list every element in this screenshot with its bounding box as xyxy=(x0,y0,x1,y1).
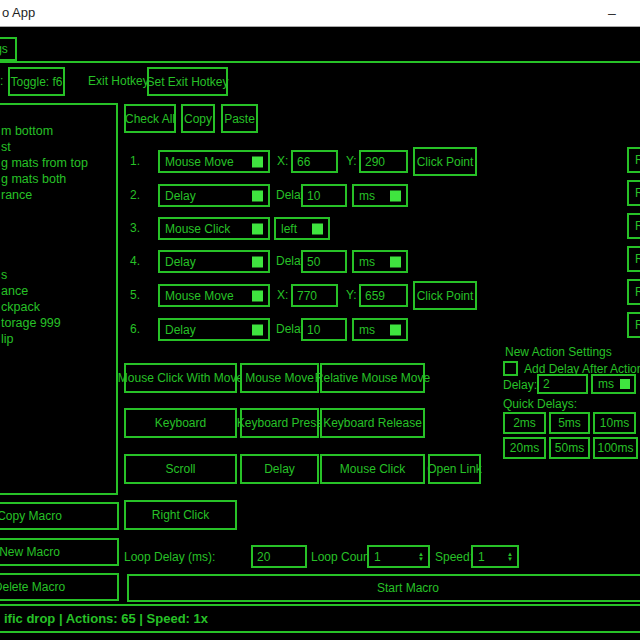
delay-unit-value: ms xyxy=(598,377,614,391)
delete-macro-button[interactable]: Delete Macro xyxy=(0,573,119,601)
action-row-number: 2. xyxy=(130,188,140,203)
delay-unit-value: ms xyxy=(359,323,375,337)
toggle-hotkey-button[interactable]: Toggle: f6 xyxy=(8,67,65,96)
quick-delay-100ms-button[interactable]: 100ms xyxy=(593,437,638,459)
add-mouse-move-button[interactable]: Mouse Move xyxy=(240,363,319,393)
x-input[interactable] xyxy=(291,150,338,173)
new-action-delay-unit-dropdown[interactable]: ms xyxy=(591,374,636,394)
delay-unit-dropdown[interactable]: ms xyxy=(352,318,408,341)
y-input[interactable] xyxy=(359,284,408,307)
macro-list-item[interactable]: s xyxy=(1,267,116,283)
loop-count-stepper[interactable]: 1 ▲▼ xyxy=(367,545,430,568)
start-macro-button[interactable]: Start Macro xyxy=(127,574,640,602)
add-open-link-button[interactable]: Open Link xyxy=(428,454,481,484)
app-window: o App – gs : Toggle: f6 Exit Hotkey: Set… xyxy=(0,0,640,640)
delay-unit-value: ms xyxy=(359,189,375,203)
quick-delays-label: Quick Delays: xyxy=(503,397,577,412)
macro-list-item[interactable] xyxy=(1,203,116,219)
copy-button[interactable]: Copy xyxy=(181,104,215,133)
hotkey-label-fragment: : xyxy=(0,74,3,89)
quick-delay-5ms-button[interactable]: 5ms xyxy=(549,412,590,434)
action-type-dropdown[interactable]: Delay xyxy=(158,250,270,273)
dropdown-arrow-icon xyxy=(252,190,263,201)
stepper-arrows-icon[interactable]: ▲▼ xyxy=(503,552,517,562)
macro-list-item[interactable] xyxy=(1,235,116,251)
set-exit-hotkey-button[interactable]: Set Exit Hotkey xyxy=(147,67,228,96)
macro-list-item[interactable]: ckpack xyxy=(1,299,116,315)
speed-stepper[interactable]: 1 ▲▼ xyxy=(471,545,519,568)
macro-list-item[interactable]: ance xyxy=(1,283,116,299)
macro-list-item[interactable]: g mats both xyxy=(1,171,116,187)
click-point-button[interactable]: Click Point xyxy=(413,147,477,176)
remove-action-button[interactable]: R xyxy=(627,147,640,173)
dropdown-arrow-icon xyxy=(390,256,401,267)
loop-delay-input[interactable] xyxy=(251,545,307,568)
macro-list-item[interactable]: rance xyxy=(1,187,116,203)
macro-list-item[interactable]: g mats from top xyxy=(1,155,116,171)
action-row-number: 1. xyxy=(130,154,140,169)
remove-action-button[interactable]: R xyxy=(627,312,640,338)
y-input[interactable] xyxy=(359,150,408,173)
quick-delay-50ms-button[interactable]: 50ms xyxy=(549,437,590,459)
delay-unit-value: ms xyxy=(359,255,375,269)
dropdown-arrow-icon xyxy=(620,379,630,389)
action-type-dropdown[interactable]: Mouse Move xyxy=(158,284,270,307)
add-relative-mouse-move-button[interactable]: Relative Mouse Move xyxy=(320,363,425,393)
quick-delay-20ms-button[interactable]: 20ms xyxy=(503,437,546,459)
macro-list-item[interactable]: m bottom xyxy=(1,123,116,139)
remove-action-button[interactable]: R xyxy=(627,246,640,272)
new-macro-button[interactable]: New Macro xyxy=(0,538,119,566)
add-mouse-click-button[interactable]: Mouse Click xyxy=(320,454,425,484)
click-point-button[interactable]: Click Point xyxy=(413,281,477,310)
x-input[interactable] xyxy=(291,284,338,307)
dropdown-arrow-icon xyxy=(390,324,401,335)
macro-list-item[interactable] xyxy=(1,107,116,123)
action-type-dropdown[interactable]: Mouse Click xyxy=(158,217,270,240)
y-label: Y: xyxy=(346,288,357,303)
macro-list-item[interactable] xyxy=(1,251,116,267)
action-type-dropdown[interactable]: Delay xyxy=(158,318,270,341)
dropdown-arrow-icon xyxy=(252,156,263,167)
paste-button[interactable]: Paste xyxy=(221,104,258,133)
stepper-arrows-icon[interactable]: ▲▼ xyxy=(414,552,428,562)
action-type-dropdown[interactable]: Mouse Move xyxy=(158,150,270,173)
macro-list-item[interactable]: torage 999 xyxy=(1,315,116,331)
quick-delay-10ms-button[interactable]: 10ms xyxy=(593,412,636,434)
macro-list-item[interactable]: st xyxy=(1,139,116,155)
add-delay-after-action-checkbox[interactable] xyxy=(503,361,518,376)
quick-delay-2ms-button[interactable]: 2ms xyxy=(503,412,546,434)
dropdown-arrow-icon xyxy=(252,223,263,234)
action-row-number: 6. xyxy=(130,322,140,337)
check-all-button[interactable]: Check All xyxy=(124,104,176,133)
speed-label: Speed: xyxy=(435,550,473,565)
delay-unit-dropdown[interactable]: ms xyxy=(352,250,408,273)
action-type-dropdown[interactable]: Delay xyxy=(158,184,270,207)
remove-action-button[interactable]: R xyxy=(627,279,640,305)
add-right-click-button[interactable]: Right Click xyxy=(124,500,237,530)
delay-unit-dropdown[interactable]: ms xyxy=(352,184,408,207)
macro-list-item[interactable]: lip xyxy=(1,331,116,347)
dropdown-arrow-icon xyxy=(252,324,263,335)
menu-settings-button[interactable]: gs xyxy=(0,37,17,61)
add-keyboard-button[interactable]: Keyboard xyxy=(124,408,237,438)
remove-action-button[interactable]: R xyxy=(627,213,640,239)
delay-input[interactable] xyxy=(301,318,347,341)
remove-action-button[interactable]: R xyxy=(627,180,640,206)
x-label: X: xyxy=(277,288,288,303)
add-delay-button[interactable]: Delay xyxy=(240,454,319,484)
delay-input[interactable] xyxy=(301,184,347,207)
title-bar: o App – xyxy=(0,0,640,27)
minimize-icon[interactable]: – xyxy=(598,2,626,24)
add-scroll-button[interactable]: Scroll xyxy=(124,454,237,484)
new-action-delay-label: Delay: xyxy=(503,378,537,393)
add-mouse-click-with-move-button[interactable]: Mouse Click With Move xyxy=(124,363,237,393)
mouse-button-dropdown[interactable]: left xyxy=(274,217,330,240)
new-action-delay-input[interactable] xyxy=(537,374,588,394)
macro-listbox[interactable]: m bottom st g mats from top g mats both … xyxy=(0,103,118,495)
delay-input[interactable] xyxy=(301,250,347,273)
add-keyboard-release-button[interactable]: Keyboard Release xyxy=(320,408,425,438)
add-keyboard-press-button[interactable]: Keyboard Press xyxy=(240,408,319,438)
dropdown-arrow-icon xyxy=(252,256,263,267)
macro-list-item[interactable] xyxy=(1,219,116,235)
copy-macro-button[interactable]: Copy Macro xyxy=(0,502,119,530)
